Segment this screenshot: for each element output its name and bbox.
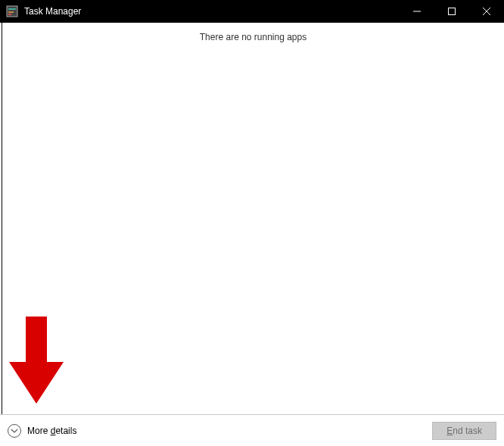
svg-rect-2 — [8, 11, 14, 13]
footer-bar: More details End task — [0, 414, 504, 446]
svg-rect-5 — [449, 8, 456, 15]
svg-rect-1 — [8, 8, 16, 10]
minimize-button[interactable] — [400, 0, 434, 23]
end-task-button[interactable]: End task — [432, 422, 496, 440]
titlebar: Task Manager — [0, 0, 504, 23]
more-details-button[interactable]: More details — [8, 424, 76, 438]
window-title: Task Manager — [24, 6, 400, 17]
svg-rect-3 — [8, 14, 11, 15]
window-controls — [400, 0, 504, 23]
task-manager-icon — [6, 5, 18, 17]
more-details-label: More details — [27, 426, 76, 436]
empty-state-message: There are no running apps — [2, 23, 504, 42]
process-list-area: There are no running apps — [2, 23, 504, 414]
close-button[interactable] — [469, 0, 504, 23]
maximize-button[interactable] — [434, 0, 469, 23]
chevron-down-circle-icon — [8, 424, 21, 438]
